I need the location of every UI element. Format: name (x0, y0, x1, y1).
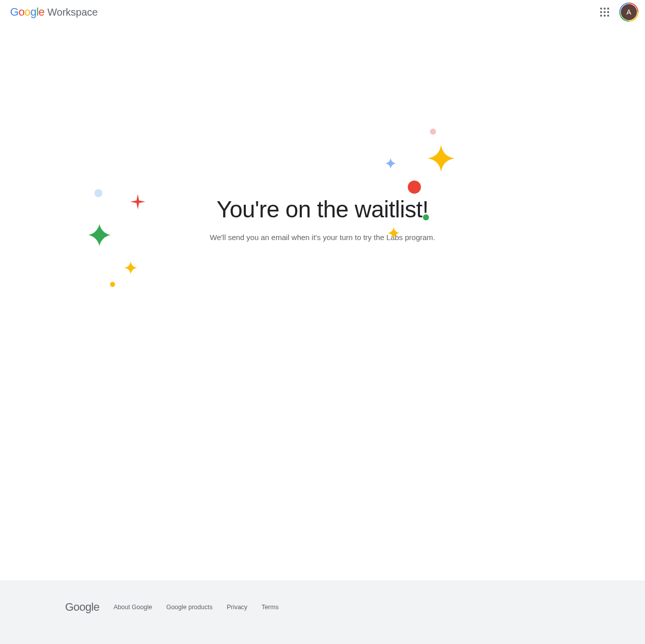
sparkle-icon (385, 158, 396, 169)
brand-logo[interactable]: Google Workspace (10, 6, 98, 19)
circle-icon (110, 282, 115, 287)
footer-link-products[interactable]: Google products (166, 604, 212, 611)
account-avatar[interactable]: A (621, 4, 637, 20)
footer-link-terms[interactable]: Terms (261, 604, 279, 611)
google-logo: Google (10, 6, 44, 19)
header: Google Workspace A (0, 0, 645, 24)
svg-point-3 (408, 181, 421, 194)
sparkle-icon (124, 261, 137, 274)
svg-point-0 (94, 189, 102, 197)
footer: Google About Google Google products Priv… (0, 580, 645, 644)
circle-icon (430, 129, 436, 135)
page-title: You're on the waitlist! (217, 196, 428, 223)
svg-point-1 (110, 282, 115, 287)
header-actions: A (595, 2, 637, 22)
svg-point-2 (430, 129, 436, 135)
apps-grid-icon[interactable] (595, 2, 615, 22)
circle-icon (94, 189, 102, 197)
sparkle-icon (388, 227, 400, 239)
footer-logo: Google (65, 601, 99, 614)
diamond-icon (88, 224, 111, 246)
sparkle-icon (130, 194, 145, 209)
page-subtitle: We'll send you an email when it's your t… (210, 233, 436, 242)
hero-section: You're on the waitlist! We'll send you a… (0, 24, 645, 580)
footer-link-privacy[interactable]: Privacy (227, 604, 247, 611)
avatar-initial: A (621, 4, 637, 20)
circle-icon (408, 181, 421, 194)
circle-icon (423, 214, 429, 220)
footer-link-about[interactable]: About Google (114, 604, 152, 611)
sparkle-icon (427, 145, 455, 172)
product-name: Workspace (47, 7, 98, 18)
svg-point-4 (423, 214, 429, 220)
